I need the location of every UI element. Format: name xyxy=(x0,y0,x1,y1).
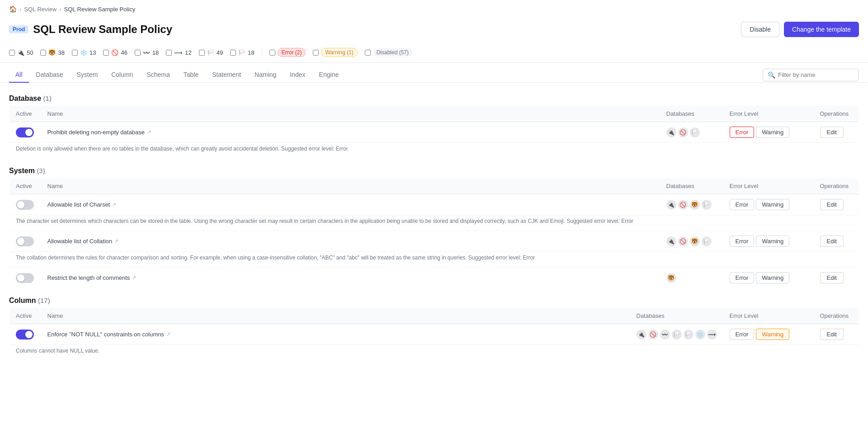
desc-cell-col1: Columns cannot have NULL value. xyxy=(9,345,859,361)
filter-count-1: 50 xyxy=(27,49,33,56)
desc-cell-sys2: The collation determines the rules for c… xyxy=(9,252,859,268)
level-cell-sys1: Error Warning xyxy=(723,194,814,215)
warning-btn-sys2[interactable]: Warning xyxy=(756,236,789,247)
tab-schema[interactable]: Schema xyxy=(140,67,176,83)
database-section: Database (1) Active Name Databases Error… xyxy=(9,90,859,159)
tab-table[interactable]: Table xyxy=(177,67,205,83)
filter-tidb-checkbox[interactable]: 🐯 38 xyxy=(40,49,64,56)
search-input[interactable] xyxy=(778,71,854,78)
level-cell-sys2: Error Warning xyxy=(723,231,814,252)
toggle-col1[interactable] xyxy=(16,330,34,340)
filter-flag1-checkbox[interactable]: 🏳️ 49 xyxy=(199,49,223,56)
level-btns-col1: Error Warning xyxy=(730,329,807,340)
filter-warning-checkbox[interactable]: Warning (1) xyxy=(313,48,357,57)
disable-button[interactable]: Disable xyxy=(741,22,779,37)
external-link-icon-db1[interactable]: ↗ xyxy=(147,129,151,135)
filter-flag2-check[interactable] xyxy=(230,50,236,56)
error-btn-sys3[interactable]: Error xyxy=(730,272,755,283)
warning-btn-col1[interactable]: Warning xyxy=(756,329,789,340)
filter-disabled-checkbox[interactable]: Disabled (57) xyxy=(365,48,412,57)
filter-tidb-check[interactable] xyxy=(40,50,46,56)
external-link-icon-sys1[interactable]: ↗ xyxy=(112,202,116,207)
db-icon-7: ⟿ xyxy=(707,330,717,340)
rule-name-sys3: Restrict the length of comments ↗ xyxy=(47,274,654,281)
filter-disabled-check[interactable] xyxy=(365,50,371,56)
search-box[interactable]: 🔍 xyxy=(763,69,859,81)
column-section-header: Column (17) xyxy=(9,292,859,307)
db-icon-4: 🏳️ xyxy=(702,200,712,210)
edit-btn-db1[interactable]: Edit xyxy=(820,127,844,138)
error-btn-db1[interactable]: Error xyxy=(730,127,755,138)
filter-flag2-checkbox[interactable]: 🏳️ 18 xyxy=(230,49,254,56)
filter-all-checkbox[interactable]: 🔌 50 xyxy=(9,49,33,56)
filter-error-check[interactable] xyxy=(269,50,275,56)
filter-snow-check[interactable] xyxy=(72,50,78,56)
db-icon-1: 🐯 xyxy=(666,273,676,283)
filter-icon-7: 🏳️ xyxy=(207,49,214,56)
edit-btn-sys1[interactable]: Edit xyxy=(820,199,844,210)
disabled-badge: Disabled (57) xyxy=(373,48,412,57)
tab-all[interactable]: All xyxy=(9,67,29,83)
filter-wave-checkbox[interactable]: 〰️ 18 xyxy=(135,49,159,56)
active-cell-sys1 xyxy=(9,194,41,215)
db-icon-4: 🏳️ xyxy=(672,330,682,340)
external-link-icon-col1[interactable]: ↗ xyxy=(166,331,170,337)
warning-btn-db1[interactable]: Warning xyxy=(756,127,789,138)
tab-index[interactable]: Index xyxy=(283,67,311,83)
level-cell-col1: Error Warning xyxy=(723,324,814,345)
tab-column[interactable]: Column xyxy=(105,67,139,83)
tab-system[interactable]: System xyxy=(71,67,104,83)
filter-snow-checkbox[interactable]: ❄️ 13 xyxy=(72,49,96,56)
filter-flag1-check[interactable] xyxy=(199,50,205,56)
db-icon-3: 〰️ xyxy=(660,330,670,340)
edit-btn-sys2[interactable]: Edit xyxy=(820,236,844,247)
toggle-sys1[interactable] xyxy=(16,200,34,210)
rule-desc-col1: Columns cannot have NULL value. xyxy=(16,348,99,354)
db-icon-3: 🐯 xyxy=(690,200,700,210)
rule-name-sys1: Allowable list of Charset ↗ xyxy=(47,201,654,208)
external-link-icon-sys3[interactable]: ↗ xyxy=(132,275,136,281)
change-template-button[interactable]: Change the template xyxy=(784,22,859,37)
toggle-sys3[interactable] xyxy=(16,273,34,283)
breadcrumb-sql-review[interactable]: SQL Review xyxy=(24,6,57,13)
toggle-thumb-db1 xyxy=(25,129,33,136)
home-icon[interactable]: 🏠 xyxy=(9,5,17,13)
toggle-db1[interactable] xyxy=(16,127,34,137)
tabs-left: All Database System Column Schema Table … xyxy=(9,67,345,82)
error-btn-col1[interactable]: Error xyxy=(730,329,755,340)
tab-naming[interactable]: Naming xyxy=(248,67,283,83)
table-row: Restrict the length of comments ↗ 🐯 Erro… xyxy=(9,268,859,288)
th-active-sys: Active xyxy=(9,178,41,194)
filter-separator xyxy=(262,48,262,57)
db-icons-sys1: 🔌 🚫 🐯 🏳️ xyxy=(666,200,717,210)
tab-statement[interactable]: Statement xyxy=(206,67,247,83)
column-section: Column (17) Active Name Databases Error … xyxy=(9,292,859,361)
desc-row-sys1: The character set determines which chara… xyxy=(9,215,859,231)
filter-error-checkbox[interactable]: Error (2) xyxy=(269,48,306,57)
filter-pg-checkbox[interactable]: 🚫 46 xyxy=(103,49,127,56)
th-name-col: Name xyxy=(41,308,630,324)
filter-bar: 🔌 50 🐯 38 ❄️ 13 🚫 46 〰️ 18 ⟿ 12 🏳️ 49 🏳️… xyxy=(0,44,868,63)
filter-warning-check[interactable] xyxy=(313,50,319,56)
toggle-thumb-sys2 xyxy=(17,238,24,245)
edit-btn-col1[interactable]: Edit xyxy=(820,329,844,340)
warning-btn-sys1[interactable]: Warning xyxy=(756,199,789,210)
level-btns-db1: Error Warning xyxy=(730,127,807,138)
db-icon-2: 🚫 xyxy=(648,330,658,340)
filter-arrow-check[interactable] xyxy=(166,50,172,56)
db-cell-sys3: 🐯 xyxy=(660,268,723,288)
filter-arrow-checkbox[interactable]: ⟿ 12 xyxy=(166,49,191,56)
th-level-sys: Error Level xyxy=(723,178,814,194)
error-btn-sys2[interactable]: Error xyxy=(730,236,755,247)
error-btn-sys1[interactable]: Error xyxy=(730,199,755,210)
filter-pg-check[interactable] xyxy=(103,50,109,56)
tab-engine[interactable]: Engine xyxy=(313,67,345,83)
filter-all-check[interactable] xyxy=(9,50,15,56)
external-link-icon-sys2[interactable]: ↗ xyxy=(114,238,118,244)
toggle-sys2[interactable] xyxy=(16,236,34,246)
db-cell-sys2: 🔌 🚫 🐯 🏳️ xyxy=(660,231,723,252)
tab-database[interactable]: Database xyxy=(30,67,70,83)
filter-wave-check[interactable] xyxy=(135,50,141,56)
edit-btn-sys3[interactable]: Edit xyxy=(820,272,844,283)
warning-btn-sys3[interactable]: Warning xyxy=(756,272,789,283)
